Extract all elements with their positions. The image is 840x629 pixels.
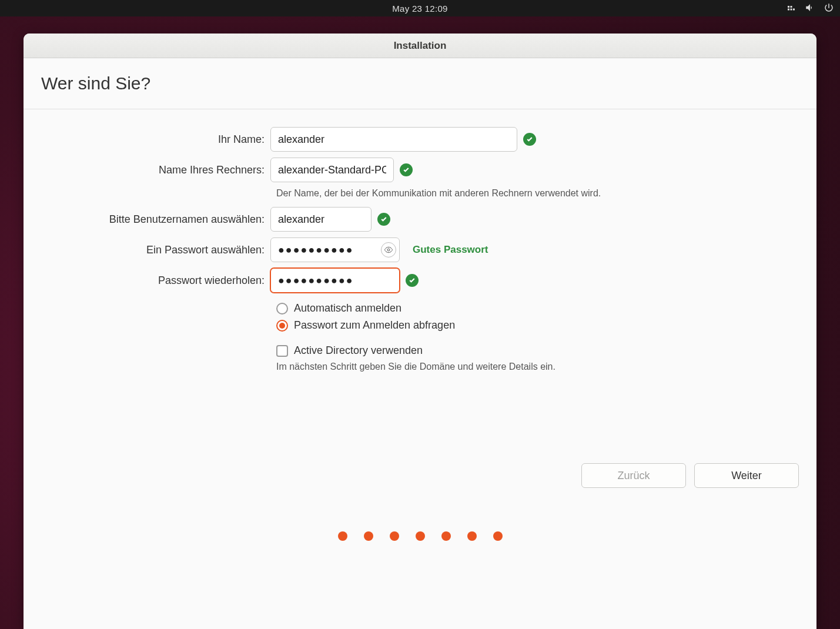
require-password-label: Passwort zum Anmelden abfragen bbox=[294, 319, 455, 332]
power-icon[interactable] bbox=[824, 2, 834, 15]
next-button[interactable]: Weiter bbox=[694, 463, 799, 488]
check-icon bbox=[406, 274, 419, 287]
window-title: Installation bbox=[394, 40, 447, 52]
progress-dot bbox=[364, 531, 373, 541]
progress-dot bbox=[338, 531, 347, 541]
hostname-label: Name Ihres Rechners: bbox=[41, 164, 270, 176]
require-password-option[interactable]: Passwort zum Anmelden abfragen bbox=[276, 319, 799, 332]
svg-point-0 bbox=[387, 249, 390, 251]
installer-window: Installation Wer sind Sie? Ihr Name: Nam… bbox=[24, 34, 816, 629]
password-input[interactable] bbox=[270, 237, 400, 262]
check-icon bbox=[400, 163, 413, 176]
page-title: Wer sind Sie? bbox=[24, 58, 816, 109]
clock-label: May 23 12:09 bbox=[392, 4, 448, 14]
network-icon[interactable] bbox=[786, 2, 797, 15]
name-input[interactable] bbox=[270, 127, 517, 152]
username-input[interactable] bbox=[270, 207, 372, 232]
password-label: Ein Passwort auswählen: bbox=[41, 244, 270, 256]
active-directory-option[interactable]: Active Directory verwenden bbox=[276, 344, 799, 357]
name-label: Ihr Name: bbox=[41, 133, 270, 146]
auto-login-label: Automatisch anmelden bbox=[294, 302, 401, 315]
user-form: Ihr Name: Name Ihres Rechners: bbox=[24, 109, 816, 380]
progress-dots bbox=[24, 531, 816, 541]
system-tray bbox=[786, 0, 834, 16]
password-strength-label: Gutes Passwort bbox=[413, 244, 488, 256]
progress-dot bbox=[441, 531, 451, 541]
confirm-password-input[interactable] bbox=[270, 268, 400, 293]
check-icon bbox=[523, 133, 536, 146]
back-button[interactable]: Zurück bbox=[581, 463, 686, 488]
radio-icon[interactable] bbox=[276, 320, 288, 332]
progress-dot bbox=[493, 531, 503, 541]
active-directory-label: Active Directory verwenden bbox=[294, 344, 423, 357]
progress-dot bbox=[390, 531, 399, 541]
window-titlebar: Installation bbox=[24, 34, 816, 58]
confirm-label: Passwort wiederholen: bbox=[41, 275, 270, 287]
username-label: Bitte Benutzernamen auswählen: bbox=[41, 213, 270, 226]
hostname-input[interactable] bbox=[270, 158, 394, 182]
desktop-top-bar: May 23 12:09 bbox=[0, 0, 840, 16]
show-password-icon[interactable] bbox=[381, 242, 396, 257]
wizard-footer: Zurück Weiter bbox=[24, 463, 816, 488]
check-icon bbox=[377, 213, 390, 226]
progress-dot bbox=[416, 531, 425, 541]
volume-icon[interactable] bbox=[805, 2, 815, 15]
radio-icon[interactable] bbox=[276, 303, 288, 315]
hostname-helper: Der Name, der bei der Kommunikation mit … bbox=[276, 188, 799, 199]
checkbox-icon[interactable] bbox=[276, 345, 288, 357]
progress-dot bbox=[467, 531, 477, 541]
auto-login-option[interactable]: Automatisch anmelden bbox=[276, 302, 799, 315]
active-directory-helper: Im nächsten Schritt geben Sie die Domäne… bbox=[276, 362, 799, 372]
